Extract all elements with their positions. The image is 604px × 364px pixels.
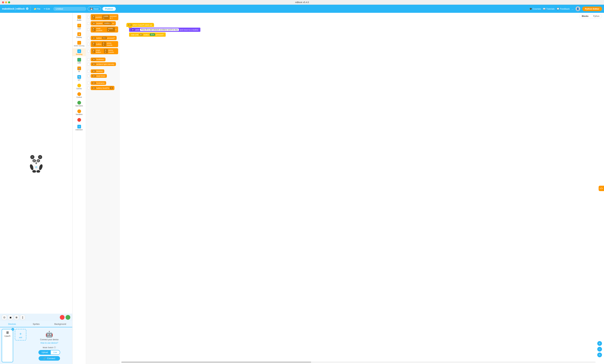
zoom-reset-button[interactable]: = [597, 352, 602, 357]
hat-device-icon: 🖥▾ [128, 24, 132, 26]
middle-dropdown2[interactable]: middle ▾ [103, 22, 111, 24]
go-button[interactable] [65, 315, 70, 320]
blocks-view-button[interactable]: Blocks [579, 14, 591, 18]
timer-checkbox[interactable] [87, 70, 90, 73]
remove-device-button[interactable]: ✕ [12, 328, 14, 331]
python-editor-button[interactable]: Python Editor [582, 7, 602, 11]
connect-device-button[interactable]: 🔗 Connect [38, 356, 60, 361]
reset-timer-checkbox[interactable] [87, 75, 90, 77]
block-reset-joystick: 🖥▾ reset joystick middle ▾ c [87, 26, 118, 33]
courses-link[interactable]: 🎓 Courses [529, 8, 541, 10]
project-name-input[interactable] [53, 7, 86, 11]
category-audio[interactable]: 🔊 Audio [73, 14, 86, 22]
middle-dropdown3[interactable]: middle ▾ [107, 27, 115, 32]
hostname-block[interactable]: 🖥▾ hostname [91, 81, 106, 85]
loudness-checkbox[interactable] [87, 58, 90, 61]
file-menu[interactable]: 📁 File [33, 7, 41, 11]
timer-block[interactable]: 🖥▾ timer(s) [91, 69, 104, 73]
scrollbar-thumb[interactable] [121, 362, 311, 363]
ambient-light-block[interactable]: 🖥▾ ambient light intensity [91, 62, 116, 66]
category-ai[interactable]: 🤖 AI [73, 65, 86, 73]
tutorials-link[interactable]: 📖 Tutorials [543, 8, 554, 10]
print-value-input[interactable]: Press B to start obstacle avoidance and … [140, 28, 179, 31]
category-operators[interactable]: Operators [73, 100, 86, 108]
cyberpi-device-card[interactable]: ✕ 🖥 CyberPi [2, 329, 13, 362]
avatar[interactable]: 👤 [576, 6, 580, 11]
reset-button-block[interactable]: 🖥▾ reset button A ▾ press counts [91, 48, 118, 54]
reset-button-checkbox[interactable] [87, 50, 90, 52]
category-variables[interactable]: Variables [73, 109, 86, 116]
python-view-button[interactable]: Python [591, 14, 602, 18]
display-icon: 🖥 [78, 33, 80, 35]
a-dropdown[interactable]: A ▾ [102, 37, 107, 39]
category-events[interactable]: Events [73, 83, 86, 91]
split-view-button[interactable]: ⊞ [14, 315, 19, 320]
add-device-button[interactable]: ＋ add [15, 329, 26, 340]
hostname-checkbox[interactable] [87, 82, 90, 84]
tab-background[interactable]: Background [48, 321, 72, 327]
reset-joystick-checkbox[interactable] [87, 28, 90, 31]
middle-dropdown[interactable]: middle ▾ [102, 15, 109, 19]
battery-checkbox[interactable] [87, 87, 90, 89]
how-to-link[interactable]: How to use device? [40, 342, 58, 344]
category-iot[interactable]: 📡 IoT [73, 74, 86, 82]
battery-block[interactable]: 🖥▾ battery level(%) ▾ [91, 86, 114, 90]
category-led[interactable]: 💡 LED [73, 23, 86, 31]
button-counts-block[interactable]: 🖥▾ button A ▾ press counts [91, 41, 118, 47]
a-dropdown2[interactable]: A ▾ [102, 42, 106, 46]
settings-icon[interactable]: ⚙ [26, 7, 28, 11]
wait-dropdown-block[interactable]: B ▾ [150, 33, 155, 36]
button-counts-checkbox[interactable] [87, 43, 90, 45]
wait-block[interactable]: wait until 🖥▾ button B ▾ pressed? [129, 33, 166, 37]
category-red[interactable] [73, 117, 86, 123]
stop-button[interactable] [60, 315, 64, 320]
category-sensing[interactable]: 👁 Sensing [73, 48, 86, 56]
wait-device-icon: 🖥▾ [139, 34, 143, 36]
edit-menu[interactable]: ✏ Edit [43, 7, 51, 11]
category-display[interactable]: 🖥 Display [73, 31, 86, 39]
more-menu[interactable]: ... [572, 8, 574, 10]
joystick-pressed-checkbox[interactable] [87, 16, 90, 18]
reset-joystick-block[interactable]: 🖥▾ reset joystick middle ▾ c [91, 26, 118, 33]
brand-logo: makeblock | mBlock ⚙ [2, 7, 28, 11]
a-dropdown3[interactable]: A ▾ [104, 49, 108, 53]
main-area: ⊡ ▣ ⊞ ⣿ Devices Sprites Background ✕ 🖥 C… [0, 13, 604, 364]
tab-sprites[interactable]: Sprites [24, 321, 48, 327]
fit-view-button[interactable]: ⊡ [2, 315, 7, 320]
battery-dropdown[interactable]: ▾ [110, 87, 113, 89]
control-label: Control [76, 96, 82, 98]
maximize-button[interactable] [8, 1, 10, 3]
button-pressed-checkbox[interactable] [87, 37, 90, 39]
category-extension[interactable]: ＋ extension [73, 124, 86, 132]
joystick-count-block[interactable]: 🖥▾ joystick middle ▾ co [91, 21, 116, 25]
block-device-icon8: 🖥▾ [92, 63, 96, 65]
grid-view-button[interactable]: ⣿ [20, 315, 25, 320]
close-button[interactable] [2, 1, 4, 3]
category-control[interactable]: Control [73, 91, 86, 99]
button-pressed-block[interactable]: 🖥▾ button A ▾ pressed? [91, 36, 117, 40]
canvas-scrollbar[interactable] [121, 362, 596, 363]
title-bar: mBlock v5.4.0 [0, 0, 604, 5]
single-view-button[interactable]: ▣ [8, 315, 13, 320]
print-block[interactable]: 🖥▾ print Press B to start obstacle avoid… [129, 28, 200, 32]
zoom-in-button[interactable]: + [597, 341, 602, 346]
block-device-icon5: 🖥▾ [92, 42, 96, 46]
upload-button[interactable]: Upload [39, 350, 50, 354]
joystick-pressed-block[interactable]: 🖥▾ joystick middle ▾ pressed ▾ ? [91, 14, 118, 20]
category-motion-sensing[interactable]: ↕ Motion Sensing [73, 40, 86, 48]
save-button[interactable]: 💾 Save [88, 7, 101, 11]
tab-devices[interactable]: Devices [0, 321, 24, 327]
category-lan[interactable]: 🌐 LAN [73, 57, 86, 65]
code-icon-button[interactable]: </> [599, 186, 604, 191]
hat-block[interactable]: 🖥▾ when CyberPi starts up [126, 23, 154, 27]
zoom-out-button[interactable]: − [597, 347, 602, 352]
reset-timer-block[interactable]: 🖥▾ reset timer [91, 74, 107, 78]
live-button[interactable]: Live [51, 350, 60, 354]
publish-button[interactable]: Publish [102, 7, 116, 11]
ambient-light-checkbox[interactable] [87, 63, 90, 65]
joystick-count-checkbox[interactable] [87, 22, 90, 24]
loudness-block[interactable]: 🖥▾ loudness [91, 58, 105, 61]
block-device-icon4: 🖥▾ [92, 37, 96, 39]
minimize-button[interactable] [5, 1, 7, 3]
feedback-link[interactable]: 💬 Feedback [557, 8, 570, 10]
